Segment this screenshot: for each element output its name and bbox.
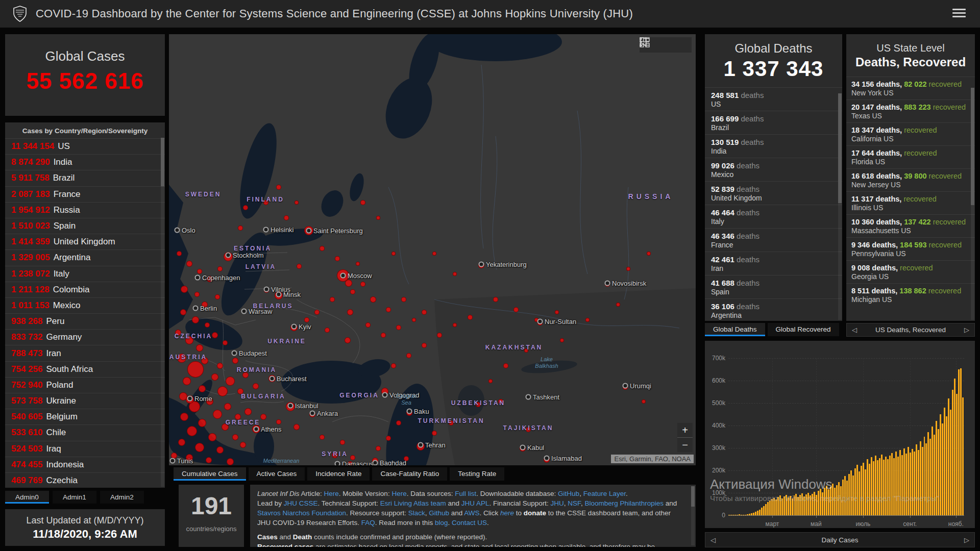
case-dot[interactable] — [212, 332, 218, 338]
case-dot[interactable] — [503, 363, 508, 368]
case-dot[interactable] — [180, 309, 186, 315]
footnote-scrollbar[interactable] — [691, 486, 695, 545]
case-dot[interactable] — [381, 333, 386, 338]
case-dot[interactable] — [226, 377, 235, 386]
us-state-row[interactable]: 8 511 deaths, 138 862 recoveredMichigan … — [846, 283, 975, 306]
case-dot[interactable] — [513, 307, 519, 312]
deaths-row[interactable]: 36 106 deathsArgentina — [705, 298, 842, 321]
deaths-row[interactable]: 46 346 deathsFrance — [705, 228, 842, 252]
deaths-row[interactable]: 166 699 deathsBrazil — [705, 111, 842, 134]
case-dot[interactable] — [476, 402, 481, 407]
cases-list-scrollbar[interactable] — [161, 138, 164, 487]
case-dot[interactable] — [356, 262, 360, 266]
case-dot[interactable] — [206, 398, 213, 405]
footnote-link[interactable]: FAQ — [361, 519, 375, 527]
case-dot[interactable] — [453, 323, 457, 327]
case-dot[interactable] — [217, 266, 223, 271]
case-dot[interactable] — [217, 363, 223, 369]
footnote-link[interactable]: AWS — [464, 509, 479, 517]
case-dot[interactable] — [177, 354, 186, 363]
case-dot[interactable] — [207, 276, 213, 282]
deaths-row[interactable]: 99 026 deathsMexico — [705, 158, 842, 181]
case-dot[interactable] — [183, 377, 191, 385]
case-dot[interactable] — [432, 431, 437, 436]
case-dot[interactable] — [335, 256, 340, 261]
case-dot[interactable] — [293, 424, 300, 430]
us-state-row[interactable]: 18 347 deaths, recoveredCalifornia US — [846, 122, 975, 145]
case-dot[interactable] — [224, 403, 231, 410]
deaths-row[interactable]: 41 688 deathsSpain — [705, 275, 842, 298]
country-case-row[interactable]: 1 954 912Russia — [5, 202, 165, 218]
country-case-row[interactable]: 540 605Belgium — [5, 409, 165, 424]
case-dot[interactable] — [422, 310, 427, 315]
country-case-row[interactable]: 754 256South Africa — [5, 361, 165, 377]
case-dot[interactable] — [498, 399, 503, 404]
footnote-link[interactable]: GitHub — [558, 490, 579, 497]
case-dot[interactable] — [194, 292, 200, 297]
footnote-link[interactable]: Stavros Niarchos Foundation — [257, 509, 346, 517]
case-dot[interactable] — [201, 357, 208, 364]
case-dot[interactable] — [325, 328, 330, 333]
country-case-row[interactable]: 1 510 023Spain — [5, 218, 165, 234]
country-case-row[interactable]: 474 455Indonesia — [5, 457, 165, 472]
case-dot[interactable] — [187, 426, 197, 436]
case-dot[interactable] — [240, 442, 246, 448]
case-dot[interactable] — [350, 455, 355, 460]
basemap-icon[interactable] — [676, 39, 687, 51]
footnote-link[interactable]: here — [500, 509, 514, 517]
legend-list-icon[interactable] — [660, 39, 671, 51]
case-dot[interactable] — [555, 310, 559, 314]
tab-admin2[interactable]: Admin2 — [100, 491, 144, 504]
case-dot[interactable] — [208, 433, 216, 441]
case-dot[interactable] — [232, 358, 238, 364]
case-dot[interactable] — [422, 343, 427, 348]
country-case-row[interactable]: 524 503Iraq — [5, 441, 165, 457]
case-dot[interactable] — [181, 286, 188, 293]
case-dot[interactable] — [401, 297, 406, 302]
tab-active-cases[interactable]: Active Cases — [249, 467, 305, 481]
tab-case-fatality-ratio[interactable]: Case-Fatality Ratio — [372, 467, 447, 481]
case-dot[interactable] — [348, 461, 353, 465]
case-dot[interactable] — [560, 338, 564, 342]
country-case-row[interactable]: 1 329 005Argentina — [5, 249, 165, 265]
deaths-row[interactable]: 42 461 deathsIran — [705, 252, 842, 275]
case-dot[interactable] — [488, 379, 493, 383]
footnote-link[interactable]: JHU APL — [461, 499, 489, 507]
footnote-link[interactable]: Slack — [408, 509, 425, 517]
deaths-scrollbar[interactable] — [838, 93, 842, 320]
case-dot[interactable] — [350, 289, 355, 294]
case-dot[interactable] — [253, 383, 259, 389]
case-dot[interactable] — [468, 315, 473, 320]
country-case-row[interactable]: 788 473Iran — [5, 345, 165, 361]
case-dot[interactable] — [585, 318, 590, 322]
case-dot[interactable] — [237, 388, 243, 394]
case-dot[interactable] — [493, 297, 498, 302]
us-pager-next[interactable]: ▷ — [959, 326, 974, 334]
deaths-row[interactable]: 130 519 deathsIndia — [705, 134, 842, 158]
case-dot[interactable] — [213, 410, 222, 419]
us-state-row[interactable]: 9 008 deaths, recoveredGeorgia US — [846, 260, 975, 283]
case-dot[interactable] — [642, 399, 646, 404]
case-dot[interactable] — [197, 269, 202, 274]
tab-global-deaths[interactable]: Global Deaths — [705, 323, 765, 336]
footnote-link[interactable]: Feature Layer — [583, 490, 626, 497]
case-dot[interactable] — [406, 353, 411, 358]
case-dot[interactable] — [396, 420, 401, 425]
case-dot[interactable] — [345, 337, 351, 343]
case-dot[interactable] — [524, 348, 528, 353]
case-dot[interactable] — [243, 205, 248, 210]
footnote-link[interactable]: Esri Living Atlas team — [380, 499, 446, 507]
case-dot[interactable] — [376, 216, 380, 220]
country-case-row[interactable]: 833 732Germany — [5, 329, 165, 345]
case-dot[interactable] — [222, 423, 229, 431]
case-dot[interactable] — [320, 246, 325, 251]
case-dot[interactable] — [180, 413, 188, 421]
footnote-link[interactable]: blog — [435, 519, 448, 527]
case-dot[interactable] — [211, 373, 218, 381]
us-state-row[interactable]: 9 346 deaths, 184 593 recoveredPennsylva… — [846, 237, 975, 260]
case-dot[interactable] — [297, 264, 302, 269]
case-dot[interactable] — [386, 436, 391, 441]
case-dot[interactable] — [360, 200, 365, 205]
case-dot[interactable] — [195, 443, 204, 452]
footnote-link[interactable]: JHU CSSE — [284, 499, 318, 507]
